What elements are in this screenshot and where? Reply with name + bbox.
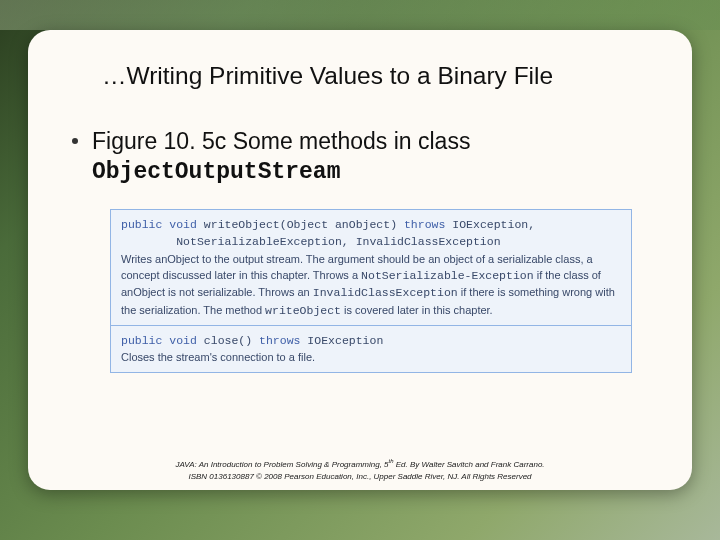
footer-line-2: ISBN 0136130887 © 2008 Pearson Education… — [28, 471, 692, 484]
api-entry: public void writeObject(Object anObject)… — [111, 210, 631, 325]
bullet-row: Figure 10. 5c Some methods in class — [72, 126, 660, 157]
footer: JAVA: An Introduction to Problem Solving… — [28, 457, 692, 484]
class-name: ObjectOutputStream — [92, 159, 660, 185]
api-signature: public void writeObject(Object anObject)… — [121, 216, 621, 251]
api-description: Closes the stream's connection to a file… — [121, 349, 621, 366]
bg-decoration — [0, 0, 720, 30]
footer-text: JAVA: An Introduction to Problem Solving… — [175, 459, 388, 468]
api-entry: public void close() throws IOException C… — [111, 325, 631, 372]
footer-line-1: JAVA: An Introduction to Problem Solving… — [28, 457, 692, 471]
bullet-text: Figure 10. 5c Some methods in class — [92, 126, 470, 157]
api-signature: public void close() throws IOException — [121, 332, 621, 349]
slide-title: …Writing Primitive Values to a Binary Fi… — [102, 62, 660, 90]
api-table: public void writeObject(Object anObject)… — [110, 209, 632, 373]
footer-text: Ed. By Walter Savitch and Frank Carrano. — [394, 459, 545, 468]
bullet-dot — [72, 138, 78, 144]
slide-card: …Writing Primitive Values to a Binary Fi… — [28, 30, 692, 490]
api-description: Writes anObject to the output stream. Th… — [121, 251, 621, 319]
